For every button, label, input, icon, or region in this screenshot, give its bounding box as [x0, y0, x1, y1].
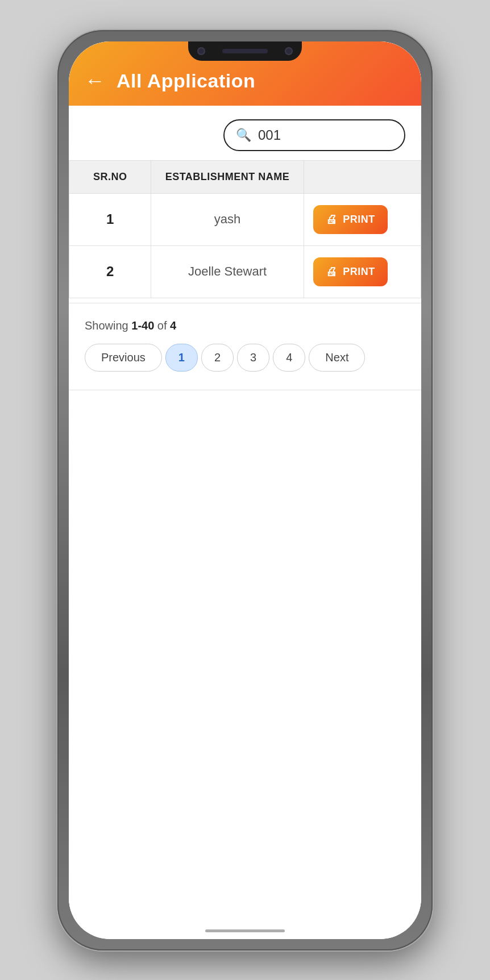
speaker: [222, 49, 268, 53]
phone-frame: ← All Application 🔍 001: [0, 0, 490, 980]
print-icon-2: 🖨: [326, 265, 338, 278]
showing-of: of: [154, 319, 170, 332]
cell-name-1: yash: [151, 193, 304, 245]
table-header-row: SR.NO ESTABLISHMENT NAME: [69, 160, 421, 193]
cell-sr-1: 1: [69, 193, 151, 245]
col-action: [304, 160, 421, 193]
content-area: 🔍 001 SR.NO ESTABLISHMENT NAME: [69, 106, 421, 939]
col-establishment: ESTABLISHMENT NAME: [151, 160, 304, 193]
page-title: All Application: [117, 70, 255, 92]
table-row: 1 yash 🖨 PRINT: [69, 193, 421, 245]
print-label-2: PRINT: [343, 266, 375, 278]
search-value: 001: [258, 127, 281, 143]
notch: [188, 41, 302, 61]
showing-total: 4: [170, 319, 176, 332]
next-button[interactable]: Next: [309, 344, 365, 372]
applications-table: SR.NO ESTABLISHMENT NAME 1 yash: [69, 160, 421, 298]
page-btn-3[interactable]: 3: [237, 344, 269, 372]
cell-sr-2: 2: [69, 245, 151, 298]
front-camera: [197, 47, 205, 55]
print-icon-1: 🖨: [326, 213, 338, 226]
previous-button[interactable]: Previous: [85, 344, 162, 372]
screen: ← All Application 🔍 001: [69, 41, 421, 939]
showing-prefix: Showing: [85, 319, 131, 332]
print-label-1: PRINT: [343, 214, 375, 226]
table-row: 2 Joelle Stewart 🖨 PRINT: [69, 245, 421, 298]
phone-inner: ← All Application 🔍 001: [69, 41, 421, 939]
page-btn-1[interactable]: 1: [165, 344, 198, 372]
pagination-controls: Previous 1 2 3 4 Next: [69, 339, 421, 385]
phone-outer: ← All Application 🔍 001: [57, 30, 433, 950]
search-icon: 🔍: [236, 129, 251, 141]
table-container: SR.NO ESTABLISHMENT NAME 1 yash: [69, 160, 421, 298]
search-container: 🔍 001: [69, 106, 421, 160]
print-button-1[interactable]: 🖨 PRINT: [313, 205, 388, 234]
search-box[interactable]: 🔍 001: [223, 119, 405, 151]
cell-action-2: 🖨 PRINT: [304, 245, 421, 298]
page-btn-2[interactable]: 2: [201, 344, 234, 372]
cell-action-1: 🖨 PRINT: [304, 193, 421, 245]
back-button[interactable]: ←: [85, 70, 105, 91]
cell-name-2: Joelle Stewart: [151, 245, 304, 298]
face-sensor: [285, 47, 293, 55]
home-indicator: [205, 929, 285, 932]
divider-1: [69, 303, 421, 303]
col-srno: SR.NO: [69, 160, 151, 193]
page-btn-4[interactable]: 4: [273, 344, 305, 372]
showing-range: 1-40: [131, 319, 154, 332]
print-button-2[interactable]: 🖨 PRINT: [313, 257, 388, 286]
divider-2: [69, 390, 421, 390]
pagination-info: Showing 1-40 of 4: [69, 308, 421, 339]
